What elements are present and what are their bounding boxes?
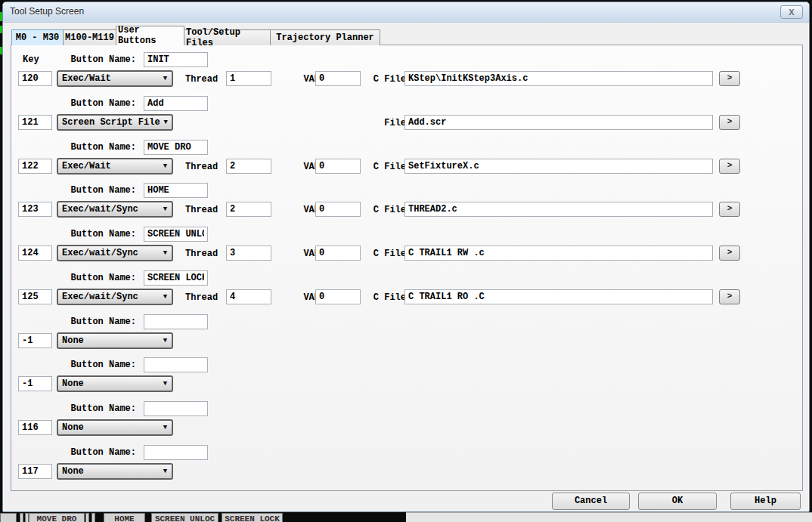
file-label: C File (352, 292, 406, 303)
action-type-select[interactable]: None ▼ (57, 419, 173, 436)
action-type-value: Screen Script File (58, 117, 160, 128)
background-button-fragment[interactable] (91, 513, 95, 522)
action-type-value: None (58, 422, 159, 433)
key-input[interactable] (18, 246, 52, 261)
thread-label: Thread (185, 205, 218, 215)
background-button-screen-lock[interactable]: SCREEN LOCK (222, 513, 283, 522)
button-name-label: Button Name: (57, 403, 136, 414)
action-type-select[interactable]: Exec/wait/Sync ▼ (57, 289, 173, 305)
tab-tool-setup-files[interactable]: Tool/Setup Files (184, 29, 271, 45)
action-type-select[interactable]: Exec/wait/Sync ▼ (57, 201, 173, 218)
background-app-panel (406, 512, 812, 522)
thread-label: Thread (185, 162, 218, 172)
key-input[interactable] (18, 464, 52, 479)
background-app-button-row: MOVE DRO HOME SCREEN UNLOC SCREEN LOCK (0, 512, 406, 522)
button-name-label: Button Name: (57, 317, 136, 327)
chevron-down-icon: ▼ (159, 380, 172, 388)
thread-input[interactable] (226, 202, 271, 217)
action-type-select[interactable]: None ▼ (57, 375, 173, 392)
browse-button[interactable]: > (719, 202, 740, 217)
thread-input[interactable] (226, 246, 271, 261)
file-path-input[interactable] (404, 159, 713, 174)
button-name-label: Button Name: (57, 98, 136, 109)
dialog-titlebar[interactable]: Tool Setup Screen X (3, 2, 809, 23)
key-input[interactable] (18, 420, 52, 435)
button-name-label: Button Name: (57, 273, 136, 283)
browse-button[interactable]: > (719, 159, 740, 174)
dialog-title: Tool Setup Screen (10, 6, 84, 17)
background-button-fragment[interactable] (0, 513, 17, 522)
browse-button[interactable]: > (719, 115, 740, 130)
browse-button[interactable]: > (719, 289, 740, 304)
button-name-label: Button Name: (57, 229, 136, 239)
background-button-screen-unlock[interactable]: SCREEN UNLOC (151, 513, 218, 522)
thread-input[interactable] (226, 159, 271, 174)
file-path-input[interactable] (404, 202, 713, 217)
help-button[interactable]: Help (730, 493, 801, 510)
button-config-row: Button Name: Exec/wait/Sync ▼ Thread VAR… (11, 270, 802, 314)
thread-input[interactable] (226, 289, 271, 304)
button-config-row: Button Name: None ▼ (11, 314, 802, 358)
button-name-input[interactable] (144, 270, 208, 286)
thread-input[interactable] (226, 71, 271, 86)
browse-button[interactable]: > (719, 246, 740, 261)
button-name-input[interactable] (144, 445, 208, 460)
file-path-input[interactable] (404, 289, 713, 304)
file-label: C File (352, 249, 406, 259)
chevron-down-icon: ▼ (159, 337, 172, 344)
tab-m100-m119[interactable]: M100-M119 (63, 29, 116, 45)
background-button-fragment[interactable] (85, 513, 89, 522)
key-input[interactable] (18, 159, 52, 174)
button-name-input[interactable] (144, 52, 208, 67)
tab-trajectory-planner[interactable]: Trajectory Planner (270, 29, 380, 45)
button-name-input[interactable] (144, 227, 208, 242)
key-input[interactable] (18, 202, 52, 217)
file-label: C File (352, 162, 406, 172)
cancel-button[interactable]: Cancel (552, 493, 630, 510)
action-type-select[interactable]: Exec/wait/Sync ▼ (57, 245, 173, 261)
action-type-value: Exec/wait/Sync (58, 204, 159, 215)
action-type-select[interactable]: None ▼ (57, 463, 173, 480)
key-input[interactable] (18, 333, 52, 348)
tab-m0-m30[interactable]: M0 - M30 (11, 29, 64, 45)
action-type-select[interactable]: Screen Script File ▼ (57, 114, 173, 131)
key-input[interactable] (18, 115, 52, 130)
button-name-label: Button Name: (57, 142, 136, 153)
action-type-value: Exec/wait/Sync (58, 292, 159, 302)
button-config-row: Button Name: None ▼ (11, 401, 802, 445)
chevron-down-icon: ▼ (160, 119, 172, 126)
action-type-select[interactable]: Exec/Wait ▼ (57, 158, 173, 175)
action-type-value: Exec/Wait (58, 73, 159, 84)
ok-button[interactable]: OK (638, 493, 717, 510)
background-button-move-dro[interactable]: MOVE DRO (29, 513, 85, 522)
action-type-select[interactable]: Exec/Wait ▼ (57, 70, 173, 87)
button-name-input[interactable] (144, 357, 208, 372)
button-name-input[interactable] (144, 183, 208, 198)
background-button-fragment[interactable] (20, 513, 23, 522)
file-path-input[interactable] (404, 115, 713, 130)
tab-panel: Key Button Name: Exec/Wait ▼ Thread VAR … (11, 45, 803, 491)
key-input[interactable] (18, 376, 52, 391)
button-config-row: Button Name: Exec/Wait ▼ Thread VAR C Fi… (11, 140, 802, 184)
close-icon[interactable]: X (780, 5, 803, 19)
action-type-value: Exec/wait/Sync (58, 248, 159, 258)
key-input[interactable] (18, 289, 52, 304)
button-name-input[interactable] (144, 314, 208, 329)
action-type-value: None (58, 335, 159, 346)
button-name-input[interactable] (144, 401, 208, 416)
file-path-input[interactable] (404, 246, 713, 261)
thread-label: Thread (185, 249, 218, 259)
action-type-value: None (58, 466, 159, 477)
browse-button[interactable]: > (719, 71, 740, 86)
tab-user-buttons[interactable]: User Buttons (116, 26, 184, 45)
background-button-home[interactable]: HOME (104, 513, 145, 522)
button-name-label: Button Name: (57, 185, 136, 196)
file-path-input[interactable] (404, 71, 713, 86)
button-name-input[interactable] (144, 96, 208, 111)
key-input[interactable] (18, 71, 52, 86)
file-label: File (352, 118, 406, 128)
button-name-input[interactable] (144, 140, 208, 155)
tool-setup-dialog: Tool Setup Screen X M0 - M30 M100-M119 U… (2, 2, 810, 512)
action-type-select[interactable]: None ▼ (57, 332, 173, 349)
thread-label: Thread (185, 292, 218, 303)
